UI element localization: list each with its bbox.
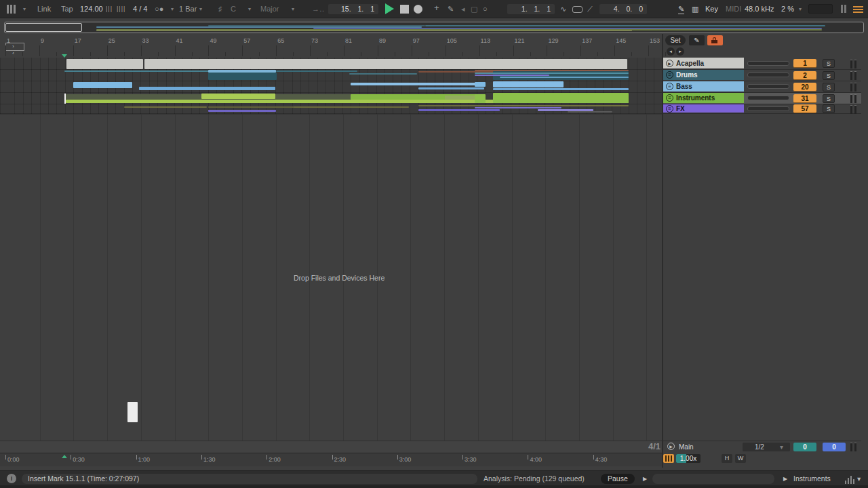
zoom-height-button[interactable]: H <box>722 454 732 463</box>
draw-automation-button[interactable]: ✎ <box>689 35 705 45</box>
track-header-row[interactable]: ≡FX57S <box>663 104 861 114</box>
track-play-icon[interactable]: ▶ <box>666 60 673 67</box>
options-caret-icon[interactable]: ▾ <box>23 4 26 14</box>
loop-switch-icon[interactable] <box>572 6 583 13</box>
session-record-frame-icon[interactable]: ▢ <box>471 4 477 14</box>
main-unfold-icon[interactable]: ▶ <box>667 443 675 450</box>
track-name-block[interactable]: ≡FX <box>663 104 744 113</box>
track-value-box[interactable]: 31 <box>793 94 816 103</box>
track-fader-slot[interactable] <box>747 96 789 100</box>
track-header-row[interactable]: ▶Acapella1S <box>663 58 861 70</box>
scale-root-menu[interactable]: C <box>231 4 236 14</box>
track-name-block[interactable]: ▶Acapella <box>663 58 744 68</box>
main-track-row[interactable]: ▶ Main 1/2 ▾ 0 0 <box>663 441 861 452</box>
track-header-row[interactable]: ≡Bass20S <box>663 81 861 93</box>
group-fold-icon[interactable]: ≡ <box>666 105 673 113</box>
options-bars-icon[interactable] <box>7 5 17 15</box>
quantize-menu[interactable]: 1 Bar <box>179 4 197 14</box>
main-zoom-caret-icon[interactable]: ▾ <box>780 443 783 451</box>
playback-speed-field[interactable]: 1.00x <box>676 454 701 463</box>
clip[interactable] <box>475 107 561 108</box>
arrangement-position-field[interactable]: 15. 1. 1 <box>328 4 378 14</box>
beat-time-ruler[interactable]: › ‹ 191725334149576573818997105113121129… <box>0 34 662 58</box>
clip[interactable] <box>493 93 629 103</box>
track-value-box[interactable]: 57 <box>793 104 816 113</box>
track-value-box[interactable]: 2 <box>793 71 816 80</box>
horizontal-scroll-band[interactable] <box>0 441 662 452</box>
midi-keys-icon[interactable] <box>663 454 674 463</box>
meter-caret-icon[interactable]: ▾ <box>857 474 861 484</box>
clip[interactable] <box>568 111 612 113</box>
clip[interactable] <box>500 77 629 78</box>
clip[interactable] <box>124 106 207 108</box>
cpu-load-value[interactable]: 2 % <box>781 4 794 14</box>
track-name-block[interactable]: ≡Drums <box>663 70 744 80</box>
main-pan-value[interactable]: 0 <box>823 443 846 451</box>
clip[interactable] <box>349 73 417 75</box>
arrangement-overview[interactable] <box>4 22 864 33</box>
tap-tempo-button[interactable]: Tap <box>61 4 73 14</box>
clip[interactable] <box>201 94 275 99</box>
track-header-row[interactable]: ≡Instruments31S <box>663 93 861 104</box>
track-header-row[interactable]: ≡Drums2S <box>663 70 861 81</box>
new-midi-track-icon[interactable]: + <box>434 3 439 13</box>
punch-in-icon[interactable]: ∿ <box>560 4 566 14</box>
previous-locator-button[interactable]: ◂ <box>667 47 675 56</box>
track-fader-slot[interactable] <box>747 106 789 111</box>
clip[interactable] <box>208 73 277 80</box>
clip[interactable] <box>351 83 484 85</box>
lock-envelopes-button[interactable] <box>707 35 723 45</box>
clip[interactable] <box>475 73 629 74</box>
clip[interactable] <box>475 82 486 87</box>
group-fold-icon[interactable]: ≡ <box>666 71 673 79</box>
time-ruler[interactable]: 0:000:301:001:302:002:303:003:304:004:30 <box>0 453 662 466</box>
computer-midi-keyboard-icon[interactable]: ▥ <box>692 4 698 14</box>
target-expand-icon[interactable]: ▶ <box>783 474 787 484</box>
nudge-down-button[interactable]: ||| <box>106 4 113 14</box>
clip[interactable] <box>294 106 409 108</box>
clip[interactable] <box>73 82 132 88</box>
track-fader-slot[interactable] <box>747 84 789 89</box>
clip[interactable] <box>475 75 549 76</box>
solo-button[interactable]: S <box>823 59 835 68</box>
automation-arm-icon[interactable]: ○ <box>483 4 488 14</box>
main-send-value[interactable]: 0 <box>793 443 816 451</box>
clip[interactable] <box>493 88 629 90</box>
nudge-up-button[interactable]: |||| <box>117 4 125 14</box>
scale-icon[interactable]: ♯ <box>218 4 222 14</box>
track-fader-slot[interactable] <box>747 61 789 66</box>
key-map-button[interactable]: Key <box>705 4 718 14</box>
midi-map-button[interactable]: MIDI <box>726 4 741 14</box>
track-value-box[interactable]: 20 <box>793 83 816 92</box>
loop-length-field[interactable]: 4. 0. 0 <box>599 4 647 14</box>
cpu-caret-icon[interactable]: ▾ <box>799 4 802 14</box>
next-locator-button[interactable]: ▸ <box>676 47 684 56</box>
clip[interactable] <box>66 59 143 69</box>
midi-arrangement-overdub-icon[interactable]: ◂ <box>461 4 465 14</box>
track-name-block[interactable]: ≡Bass <box>663 81 744 92</box>
record-button[interactable] <box>414 5 422 14</box>
info-icon[interactable]: i <box>7 474 16 483</box>
track-value-box[interactable]: 1 <box>793 59 816 68</box>
clip[interactable] <box>276 70 357 72</box>
set-locator-button[interactable]: Set <box>665 35 686 45</box>
scale-root-caret-icon[interactable]: ▾ <box>248 4 251 14</box>
play-button[interactable] <box>385 3 394 14</box>
track-name-block[interactable]: ≡Instruments <box>663 93 744 103</box>
clip[interactable] <box>475 94 486 103</box>
clip[interactable] <box>418 109 500 111</box>
quantize-caret-icon[interactable]: ▾ <box>199 4 202 14</box>
track-fader-slot[interactable] <box>747 73 789 77</box>
metronome-caret-icon[interactable]: ▾ <box>171 4 174 14</box>
tempo-field[interactable]: 124.00 <box>80 4 103 14</box>
solo-button[interactable]: S <box>823 94 835 103</box>
time-ruler-marker[interactable] <box>62 455 67 458</box>
scale-name-caret-icon[interactable]: ▾ <box>292 4 294 14</box>
solo-button[interactable]: S <box>823 71 835 80</box>
time-signature-field[interactable]: 4 / 4 <box>133 4 147 14</box>
menu-icon[interactable] <box>853 5 863 15</box>
expand-icon[interactable]: ▶ <box>643 474 647 484</box>
clip[interactable] <box>64 70 211 72</box>
solo-button[interactable]: S <box>823 83 835 92</box>
clip[interactable] <box>144 59 627 69</box>
